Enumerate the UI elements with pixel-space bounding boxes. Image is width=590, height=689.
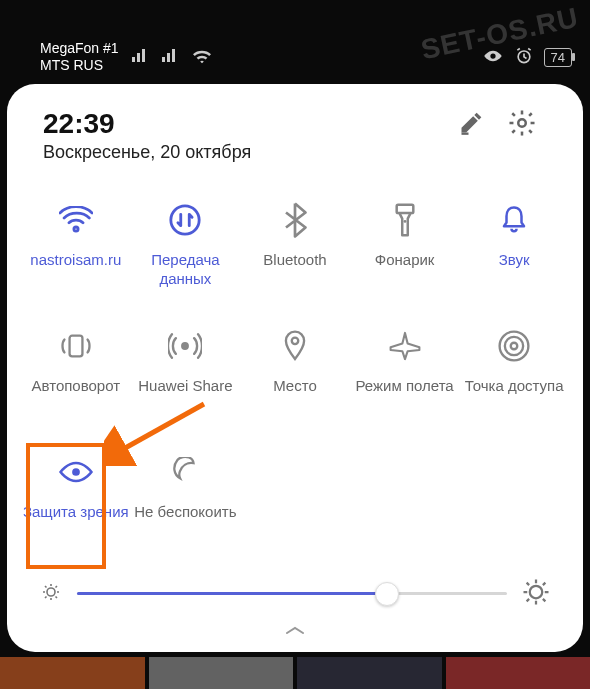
svg-point-14: [530, 586, 543, 599]
tile-label: Фонарик: [375, 251, 435, 270]
tile-huawei-share[interactable]: Huawei Share: [131, 323, 241, 419]
bell-icon: [491, 197, 537, 243]
share-icon: [162, 323, 208, 369]
svg-point-2: [518, 119, 526, 127]
tile-label: Звук: [499, 251, 530, 270]
svg-point-13: [47, 588, 55, 596]
tile-wifi[interactable]: nastroisam.ru: [21, 197, 131, 293]
svg-point-8: [292, 338, 299, 345]
signal-icon-1: [131, 48, 149, 66]
panel-time: 22:39: [43, 108, 447, 140]
expand-handle[interactable]: [21, 615, 569, 642]
svg-rect-4: [396, 205, 413, 213]
tile-label: Точка доступа: [465, 377, 564, 396]
carrier-1: MegaFon #1: [40, 40, 119, 57]
tile-label: Защита зрения: [23, 503, 129, 522]
tile-mobile-data[interactable]: Передача данных: [131, 197, 241, 293]
edit-button[interactable]: [447, 108, 497, 136]
svg-rect-6: [69, 336, 82, 357]
wifi-status-icon: [191, 47, 213, 68]
tile-label: Передача данных: [131, 251, 241, 289]
tile-label: Не беспокоить: [134, 503, 236, 522]
brightness-low-icon: [39, 580, 63, 608]
alarm-status-icon: [514, 46, 534, 69]
tile-label: nastroisam.ru: [30, 251, 121, 270]
hotspot-icon: [491, 323, 537, 369]
tile-dnd[interactable]: Не беспокоить: [131, 449, 241, 545]
airplane-icon: [382, 323, 428, 369]
tile-eye-comfort[interactable]: Защита зрения: [21, 449, 131, 545]
svg-point-10: [505, 337, 523, 355]
settings-button[interactable]: [497, 108, 547, 138]
tile-hotspot[interactable]: Точка доступа: [459, 323, 569, 419]
tile-auto-rotate[interactable]: Автоповорот: [21, 323, 131, 419]
svg-rect-1: [462, 133, 469, 135]
brightness-row: [21, 559, 569, 615]
brightness-high-icon: [521, 577, 551, 611]
carrier-2: MTS RUS: [40, 57, 119, 74]
tile-location[interactable]: Место: [240, 323, 350, 419]
brightness-fill: [77, 592, 387, 595]
wifi-icon: [53, 197, 99, 243]
moon-icon: [162, 449, 208, 495]
location-icon: [272, 323, 318, 369]
battery-indicator: 74: [544, 48, 572, 67]
svg-point-12: [72, 468, 80, 476]
svg-point-7: [181, 342, 189, 350]
tiles-grid: nastroisam.ru Передача данных Bluetooth …: [21, 177, 569, 559]
tile-bluetooth[interactable]: Bluetooth: [240, 197, 350, 293]
tile-label: Режим полета: [355, 377, 453, 396]
background-thumbnails: [0, 657, 590, 689]
rotate-icon: [53, 323, 99, 369]
tile-label: Bluetooth: [263, 251, 326, 270]
flashlight-icon: [382, 197, 428, 243]
tile-flashlight[interactable]: Фонарик: [350, 197, 460, 293]
status-bar: MegaFon #1 MTS RUS 74: [0, 0, 590, 84]
tile-label: Автоповорот: [32, 377, 121, 396]
tile-airplane[interactable]: Режим полета: [350, 323, 460, 419]
eye-icon: [53, 449, 99, 495]
bluetooth-icon: [272, 197, 318, 243]
panel-date: Воскресенье, 20 октября: [43, 142, 447, 163]
tile-sound[interactable]: Звук: [459, 197, 569, 293]
brightness-slider[interactable]: [77, 580, 507, 608]
tile-label: Место: [273, 377, 317, 396]
brightness-thumb[interactable]: [375, 582, 399, 606]
signal-icon-2: [161, 48, 179, 66]
quick-settings-panel: 22:39 Воскресенье, 20 октября nastroisam…: [7, 84, 583, 652]
svg-point-3: [171, 206, 199, 234]
svg-point-9: [511, 343, 518, 350]
tile-label: Huawei Share: [138, 377, 232, 396]
mobile-data-icon: [162, 197, 208, 243]
svg-point-5: [403, 220, 406, 223]
eye-comfort-status-icon: [482, 49, 504, 66]
